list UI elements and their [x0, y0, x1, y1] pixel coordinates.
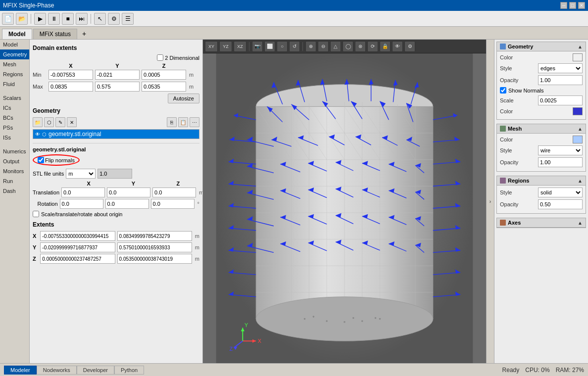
viewport-canvas[interactable]: X Y Z: [203, 53, 486, 363]
show-normals-checkbox[interactable]: [500, 87, 506, 94]
trans-x-input[interactable]: [61, 188, 105, 197]
eye-icon[interactable]: 👁: [35, 132, 40, 137]
min-x-input[interactable]: [49, 70, 93, 80]
right-collapse-btn[interactable]: ›: [486, 40, 494, 363]
geo-more-btn[interactable]: ⋯: [190, 117, 199, 127]
minimize-button[interactable]: ─: [560, 2, 567, 9]
sidebar-item-bcs[interactable]: BCs: [0, 113, 29, 123]
geo-style-select[interactable]: edges wireframe surface: [538, 63, 583, 73]
sidebar-item-numerics[interactable]: Numerics: [0, 146, 29, 156]
pause-button[interactable]: ⏸: [48, 13, 60, 25]
sidebar-item-scalars[interactable]: Scalars: [0, 93, 29, 103]
scale-checkbox[interactable]: [33, 211, 39, 217]
extents-z-max[interactable]: [117, 254, 192, 264]
bottom-tab-python[interactable]: Python: [114, 366, 144, 375]
sidebar-item-run[interactable]: Run: [0, 176, 29, 186]
geo-list-item[interactable]: 👁 ⬡ geometry.stl.original: [33, 130, 199, 139]
extents-x-max[interactable]: [117, 231, 192, 241]
open-button[interactable]: 📂: [16, 13, 28, 25]
settings-button[interactable]: ⚙: [108, 13, 120, 25]
vp-triangle-btn[interactable]: △: [330, 41, 341, 52]
min-z-input[interactable]: [142, 70, 186, 80]
right-mesh-header[interactable]: Mesh ▲: [497, 124, 586, 134]
trans-y-input[interactable]: [107, 188, 150, 197]
bottom-tab-developer[interactable]: Developer: [77, 366, 114, 375]
vp-yz-btn[interactable]: YZ: [219, 41, 232, 52]
tab-model[interactable]: Model: [2, 29, 32, 39]
vp-settings1-btn[interactable]: ⊛: [355, 41, 366, 52]
vp-box-btn[interactable]: ⬜: [264, 41, 275, 52]
two-dimensional-checkbox[interactable]: [157, 54, 163, 61]
vp-cam-btn[interactable]: 📷: [252, 41, 263, 52]
geo-copy-btn[interactable]: ⎘: [167, 117, 177, 127]
extents-x-min[interactable]: [40, 231, 115, 241]
vp-minus-btn[interactable]: ⊖: [318, 41, 329, 52]
mesh-opacity-input[interactable]: [538, 157, 583, 167]
regions-style-select[interactable]: solid wire points: [538, 188, 583, 197]
mesh-color-swatch[interactable]: [573, 136, 583, 143]
advanced-button[interactable]: ☰: [122, 13, 134, 25]
max-x-input[interactable]: [49, 82, 93, 92]
right-axes-header[interactable]: Axes ▲: [497, 218, 586, 228]
normals-scale-input[interactable]: [538, 95, 583, 105]
sidebar-item-model[interactable]: Model: [0, 40, 29, 49]
vp-xz-btn[interactable]: XZ: [234, 41, 246, 52]
geo-paste-btn[interactable]: 📋: [178, 117, 188, 127]
rot-x-input[interactable]: [60, 199, 103, 209]
extents-y-max[interactable]: [117, 242, 192, 252]
geo-edit-btn[interactable]: ✎: [55, 117, 65, 127]
vp-gear-btn[interactable]: ⚙: [404, 41, 415, 52]
right-regions-header[interactable]: Regions ▲: [497, 176, 586, 186]
step-button[interactable]: ⏭: [76, 13, 88, 25]
stl-units-select[interactable]: m cm mm: [66, 169, 96, 179]
mesh-style-select[interactable]: wire solid points: [538, 145, 583, 155]
regions-opacity-input[interactable]: [538, 199, 583, 209]
geo-delete-btn[interactable]: ✕: [67, 117, 77, 127]
geo-add-btn[interactable]: 📁: [33, 117, 43, 127]
sidebar-item-pss[interactable]: PSs: [0, 123, 29, 133]
sidebar-item-mesh[interactable]: Mesh: [0, 59, 29, 69]
min-y-input[interactable]: [95, 70, 140, 80]
sidebar-item-regions[interactable]: Regions: [0, 69, 29, 79]
extents-z-min[interactable]: [40, 254, 115, 264]
rot-y-input[interactable]: [105, 199, 149, 209]
vp-sphere-btn[interactable]: ○: [277, 41, 288, 52]
vp-xy-btn[interactable]: XY: [205, 41, 218, 52]
play-button[interactable]: ▶: [34, 13, 46, 25]
stop-button[interactable]: ■: [62, 13, 74, 25]
sidebar-item-ics[interactable]: ICs: [0, 103, 29, 113]
rot-z-input[interactable]: [151, 199, 195, 209]
normals-color-swatch[interactable]: [573, 107, 583, 115]
maximize-button[interactable]: □: [569, 2, 576, 9]
sidebar-item-geometry[interactable]: Geometry: [0, 49, 29, 59]
vp-circle-btn[interactable]: ◯: [343, 41, 353, 52]
pointer-button[interactable]: ↖: [94, 13, 106, 25]
vp-reset-btn[interactable]: ↺: [289, 41, 300, 52]
flip-normals-checkbox[interactable]: [38, 157, 44, 163]
geo-stl-btn[interactable]: ⬡: [44, 117, 54, 127]
vp-settings2-btn[interactable]: ⟳: [367, 41, 378, 52]
tab-add[interactable]: +: [78, 28, 90, 39]
sidebar-item-output[interactable]: Output: [0, 156, 29, 166]
close-button[interactable]: ✕: [578, 2, 585, 9]
vp-lock-btn[interactable]: 🔒: [380, 41, 391, 52]
bottom-tab-nodeworks[interactable]: Nodeworks: [37, 366, 77, 375]
stl-scale-input[interactable]: [98, 169, 132, 179]
new-button[interactable]: 📄: [2, 13, 14, 25]
vp-plus-btn[interactable]: ⊕: [305, 41, 316, 52]
sidebar-item-fluid[interactable]: Fluid: [0, 79, 29, 89]
sidebar-item-monitors[interactable]: Monitors: [0, 166, 29, 176]
geo-color-swatch[interactable]: [573, 53, 583, 61]
geo-opacity-input[interactable]: [538, 75, 583, 85]
tab-mfix-status[interactable]: MFiX status: [33, 29, 77, 39]
extents-y-min[interactable]: [40, 242, 115, 252]
trans-z-input[interactable]: [152, 188, 196, 197]
sidebar-item-dash[interactable]: Dash: [0, 186, 29, 196]
right-geometry-header[interactable]: Geometry ▲: [497, 42, 586, 51]
vp-eye-btn[interactable]: 👁: [392, 41, 403, 52]
bottom-tab-modeler[interactable]: Modeler: [4, 366, 37, 375]
sidebar-item-iss[interactable]: ISs: [0, 133, 29, 142]
max-y-input[interactable]: [95, 82, 140, 92]
autosize-button[interactable]: Autosize: [168, 94, 199, 103]
max-z-input[interactable]: [142, 82, 186, 92]
